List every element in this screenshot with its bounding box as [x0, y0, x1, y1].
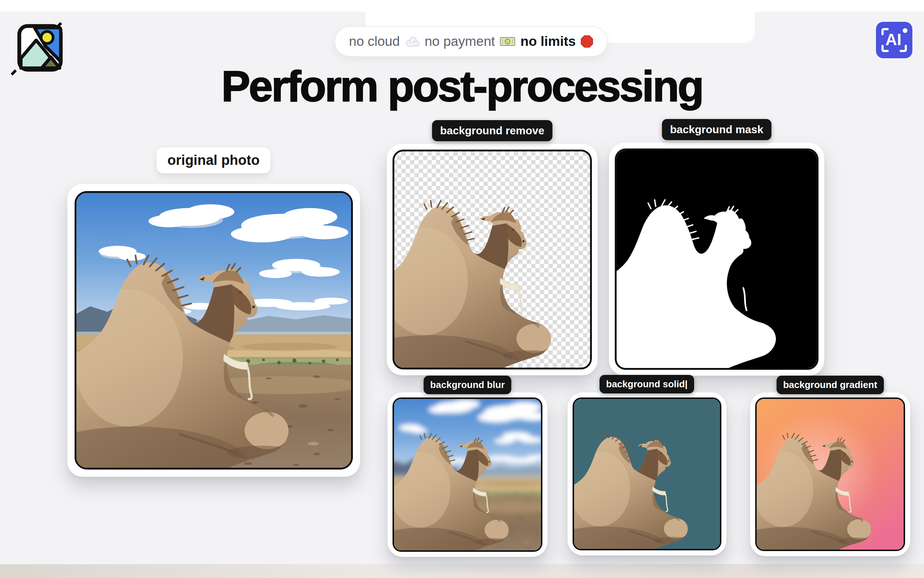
ai-logo-icon: AI: [876, 22, 913, 58]
background-gradient-card: [750, 392, 910, 556]
background-blur-label: background blur: [424, 376, 511, 394]
background-solid-label: background solid|: [599, 375, 694, 393]
page: no cloud no payment no limits AI Perform…: [0, 0, 924, 578]
banknote-icon: [500, 36, 515, 47]
cloud-icon: [405, 36, 419, 47]
background-solid-card: [568, 392, 727, 555]
stop-sign-icon: [581, 35, 593, 48]
background-mask-image: [615, 148, 819, 370]
feature-badge: no cloud no payment no limits: [334, 26, 607, 57]
background-solid-image: [573, 398, 722, 550]
background-remove-card: [387, 144, 598, 375]
badge-no-limits-text: no limits: [521, 34, 576, 49]
page-title: Perform post-processing: [0, 60, 924, 112]
background-remove-image: [393, 149, 592, 369]
background-remove-label: background remove: [432, 120, 553, 141]
original-photo-image: [74, 191, 353, 469]
background-blur-image: [393, 398, 542, 552]
original-photo-label: original photo: [157, 148, 270, 173]
background-mask-card: [609, 143, 824, 376]
background-blur-card: [387, 392, 547, 557]
ai-logo-text: AI: [885, 31, 901, 49]
background-mask-label: background mask: [662, 119, 772, 140]
background-gradient-label: background gradient: [777, 376, 884, 394]
original-photo-card: [67, 184, 360, 477]
bottom-strip: [0, 564, 924, 578]
badge-no-payment-text: no payment: [424, 34, 495, 49]
background-gradient-image: [755, 398, 905, 551]
badge-no-cloud-text: no cloud: [349, 34, 400, 49]
